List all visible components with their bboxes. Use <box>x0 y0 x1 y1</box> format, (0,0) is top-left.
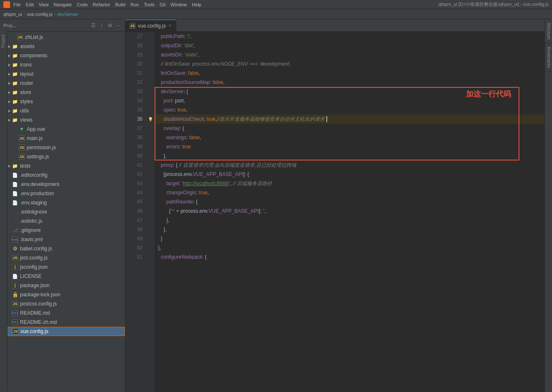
code-editor: 27 28 29 30 31 32 33 34 35 36 37 38 39 4… <box>125 32 544 392</box>
sidebar-add-btn[interactable]: ☰ <box>90 22 97 29</box>
tree-item-babel[interactable]: ⚙ babel.config.js <box>0 244 125 253</box>
code-line-29[interactable]: assetsDir: 'static', <box>155 50 544 59</box>
tree-item-settingsjs[interactable]: JS settings.js <box>0 152 125 161</box>
app-logo <box>3 1 10 8</box>
code-line-32[interactable]: productionSourceMap: false, <box>155 78 544 87</box>
menu-git[interactable]: Git <box>160 2 165 7</box>
code-line-40[interactable]: }, <box>155 151 544 160</box>
js-icon: JS <box>18 153 25 160</box>
code-line-49[interactable]: } <box>155 234 544 243</box>
breadcrumb-project[interactable]: qfspm_ui <box>3 12 22 17</box>
menu-code[interactable]: Code <box>77 2 88 7</box>
code-line-46[interactable]: ['^' + process.env.VUE_APP_BASE_API]: ''… <box>155 206 544 216</box>
tree-item-eslintignore[interactable]: ⚬ .eslintignore <box>0 207 125 216</box>
code-line-38[interactable]: warnings: false, <box>155 133 544 142</box>
tree-item-jest[interactable]: JS jest.config.js <box>0 253 125 262</box>
tree-item-env-dev[interactable]: 📄 .env.development <box>0 180 125 189</box>
code-line-42[interactable]: [process.env.VUE_APP_BASE_API]: { <box>155 170 544 179</box>
menu-navigate[interactable]: Navigate <box>53 2 71 7</box>
sidebar-collapse-btn[interactable]: – <box>115 22 122 29</box>
tree-item-postcss[interactable]: JS postcss.config.js <box>0 299 125 308</box>
file-tree: JS zhList.js ▶ 📁 assets ▶ 📁 components ▶… <box>0 32 125 392</box>
code-line-27[interactable]: publicPath: '/', <box>155 32 544 41</box>
tree-item-editorconfig[interactable]: 📄 .editorconfig <box>0 171 125 180</box>
menu-view[interactable]: View <box>39 2 49 7</box>
code-line-47[interactable]: }, <box>155 216 544 225</box>
left-side-tabs: Project <box>0 31 8 391</box>
code-line-30[interactable]: // lintOnSave: process.env.NODE_ENV === … <box>155 59 544 69</box>
breadcrumb-file[interactable]: vue.config.js <box>27 12 52 17</box>
tree-item-zhlist[interactable]: JS zhList.js <box>0 33 125 42</box>
tree-item-store[interactable]: ▶ 📁 store <box>0 88 125 97</box>
tree-item-assets[interactable]: ▶ 📁 assets <box>0 42 125 51</box>
folder-icon: 📁 <box>12 43 18 50</box>
code-line-35[interactable]: open: true, <box>155 105 544 115</box>
breadcrumb-section[interactable]: devServer <box>57 12 78 17</box>
code-line-48[interactable]: }, <box>155 225 544 234</box>
menu-help[interactable]: Help <box>192 2 201 7</box>
code-line-41[interactable]: proxy: { // 设置请求代理,会向后端发送请求,且已经处理过跨域 <box>155 160 544 170</box>
tree-item-readme[interactable]: MD README.md <box>0 308 125 318</box>
bookmarks-tab[interactable]: Bookmarks <box>545 43 552 71</box>
project-side-tab[interactable]: Project <box>0 31 7 51</box>
structure-tab[interactable]: Structure <box>545 19 552 43</box>
sidebar-sort-btn[interactable]: ↕ <box>98 22 105 29</box>
tab-vueconfig[interactable]: JS vue.config.js ✕ <box>125 20 176 31</box>
tree-item-env-prod[interactable]: 📄 .env.production <box>0 189 125 198</box>
tree-item-utils[interactable]: ▶ 📁 utils <box>0 106 125 115</box>
menu-window[interactable]: Window <box>170 2 187 7</box>
tree-item-tests[interactable]: ▶ 📁 tests <box>0 161 125 171</box>
tree-item-permissionjs[interactable]: JS permission.js <box>0 143 125 152</box>
tree-item-package[interactable]: {} package.json <box>0 281 125 290</box>
menu-file[interactable]: File <box>13 2 21 7</box>
code-content[interactable]: 加这一行代码 publicPath: '/', outputDir: 'dist… <box>155 32 544 392</box>
tree-item-gitignore[interactable]: ⎇ .gitignore <box>0 226 125 235</box>
sidebar-title: Proj... <box>3 23 87 28</box>
tree-item-readme-zh[interactable]: MD README-zh.md <box>0 318 125 327</box>
titlebar-menu[interactable]: File Edit View Navigate Code Refactor Bu… <box>13 2 201 7</box>
tree-item-components[interactable]: ▶ 📁 components <box>0 51 125 60</box>
tree-item-env-staging[interactable]: 📄 .env.staging <box>0 198 125 207</box>
tree-item-icons[interactable]: ▶ 📁 icons <box>0 60 125 69</box>
tree-item-views[interactable]: ▶ 📁 views <box>0 115 125 125</box>
tree-item-jsconfig[interactable]: {} jsconfig.json <box>0 262 125 272</box>
tree-item-appvue[interactable]: ▼ App.vue <box>0 125 125 134</box>
code-line-31[interactable]: lintOnSave: false, <box>155 69 544 78</box>
sidebar-filter-btn[interactable]: ⚙ <box>107 22 113 29</box>
eslint-icon: ⚬ <box>12 209 18 215</box>
tree-item-package-lock[interactable]: 🔒 package-lock.json <box>0 290 125 299</box>
code-line-43[interactable]: target: 'http://localhost:8888/', // 后端服… <box>155 179 544 188</box>
breadcrumb: qfspm_ui › vue.config.js › devServer <box>0 9 552 19</box>
code-line-33[interactable]: devServer: { <box>155 87 544 96</box>
tree-item-layout[interactable]: ▶ 📁 layout <box>0 69 125 79</box>
env-icon: 📄 <box>12 181 18 188</box>
code-line-37[interactable]: overlay: { <box>155 124 544 133</box>
tree-item-vueconfig[interactable]: JS vue.config.js <box>0 327 125 336</box>
menu-run[interactable]: Run <box>130 2 139 7</box>
code-line-36[interactable]: disableHostCheck: true,//表示开发服务器能够接受来自任何… <box>155 115 544 124</box>
tree-item-mainjs[interactable]: JS main.js <box>0 134 125 143</box>
code-line-44[interactable]: changeOrigin: true, <box>155 188 544 197</box>
menu-tools[interactable]: Tools <box>144 2 155 7</box>
tree-item-router[interactable]: ▶ 📁 router <box>0 79 125 88</box>
menu-edit[interactable]: Edit <box>26 2 34 7</box>
code-line-50[interactable]: }, <box>155 243 544 252</box>
right-side-tabs: Structure Bookmarks <box>544 19 552 392</box>
code-line-28[interactable]: outputDir: 'dist', <box>155 41 544 50</box>
tree-item-license[interactable]: 📄 LICENSE <box>0 272 125 281</box>
eslint-icon: ⚬ <box>12 218 18 224</box>
md-icon: MD <box>12 319 18 326</box>
tree-item-styles[interactable]: ▶ 📁 styles <box>0 97 125 106</box>
menu-refactor[interactable]: Refactor <box>93 2 110 7</box>
tab-close-btn[interactable]: ✕ <box>168 23 172 28</box>
code-line-34[interactable]: port: port, <box>155 96 544 105</box>
code-line-51[interactable]: configureWebpack: { <box>155 252 544 262</box>
tree-item-travis[interactable]: YML .travis.yml <box>0 235 125 244</box>
env-icon: 📄 <box>12 199 18 206</box>
menu-build[interactable]: Build <box>115 2 125 7</box>
sidebar-toolbar: ☰ ↕ ⚙ – <box>90 22 122 29</box>
code-line-45[interactable]: pathRewrite: { <box>155 197 544 206</box>
code-line-39[interactable]: errors: true <box>155 142 544 151</box>
tree-item-eslintrc[interactable]: ⚬ .eslintrc.js <box>0 216 125 226</box>
env-icon: 📄 <box>12 190 18 197</box>
